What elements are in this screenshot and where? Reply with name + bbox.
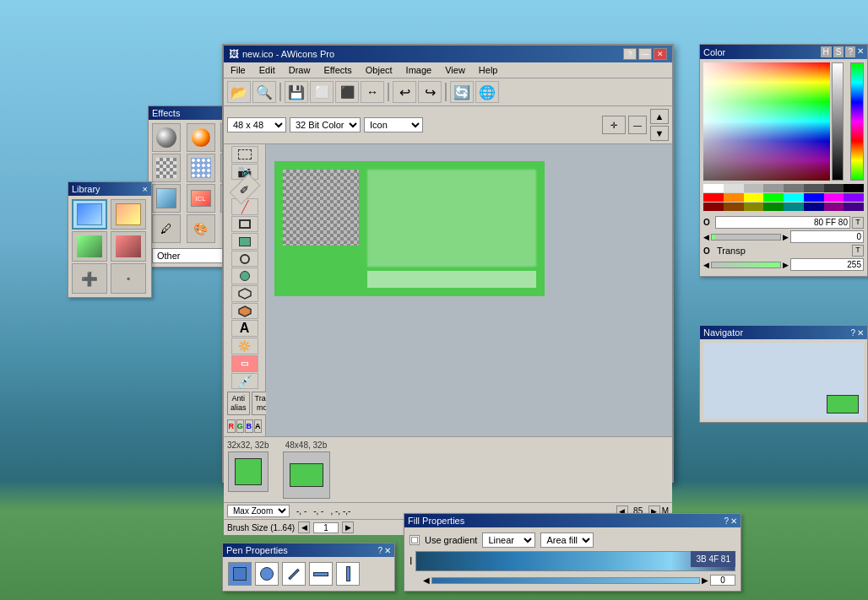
pen-q-btn[interactable]: ? xyxy=(377,546,382,555)
b-channel-btn[interactable]: B xyxy=(245,419,253,433)
swatch-green[interactable] xyxy=(763,193,784,202)
color-spectrum[interactable] xyxy=(703,62,830,181)
tool-circle-outline[interactable] xyxy=(231,251,258,268)
brightness-slider[interactable] xyxy=(832,62,844,181)
library-item-2[interactable] xyxy=(111,199,146,230)
library-close-btn[interactable]: × xyxy=(143,184,148,194)
gradient-slider-input[interactable] xyxy=(710,575,735,586)
gradient-slider-right[interactable]: ▶ xyxy=(702,576,708,585)
effect-color-sphere[interactable] xyxy=(187,123,215,152)
anti-alias-btn[interactable]: Antialias xyxy=(227,392,250,415)
minus-icon[interactable]: — xyxy=(628,116,647,134)
tool-hex-filled[interactable] xyxy=(231,303,258,320)
swatch-ltgray[interactable] xyxy=(724,184,744,192)
swatch-yellow[interactable] xyxy=(744,193,764,202)
size-select[interactable]: 48 x 48 32 x 32 16 x 16 xyxy=(227,117,286,132)
menu-file[interactable]: File xyxy=(227,64,249,76)
color-t-btn[interactable]: T xyxy=(852,217,864,229)
minimize-button[interactable]: — xyxy=(638,48,652,60)
slider-right-arrow[interactable]: ▶ xyxy=(783,233,789,241)
color-q-btn[interactable]: ? xyxy=(845,46,855,57)
nav-q-btn[interactable]: ? xyxy=(850,328,855,338)
menu-effects[interactable]: Effects xyxy=(320,64,355,76)
swatch-brown[interactable] xyxy=(724,203,744,211)
zoom-btn[interactable]: 🔍 xyxy=(252,81,276,103)
canvas-area[interactable] xyxy=(266,144,672,436)
swatch-indigo[interactable] xyxy=(844,203,864,211)
swatch-gray1[interactable] xyxy=(744,184,764,192)
type-select[interactable]: Icon Bitmap xyxy=(364,117,423,132)
effect-eraser[interactable]: 🖊 xyxy=(152,214,181,243)
use-gradient-checkbox[interactable] xyxy=(410,535,420,545)
swatch-violet[interactable] xyxy=(844,193,864,202)
copy-btn[interactable]: ⬜ xyxy=(310,81,334,103)
library-item-3[interactable] xyxy=(72,231,107,262)
pen-round[interactable] xyxy=(255,562,279,586)
color-o-input[interactable] xyxy=(715,216,850,229)
brush-input[interactable] xyxy=(313,522,339,533)
color-o-value[interactable] xyxy=(790,230,864,243)
swatch-blue[interactable] xyxy=(804,193,824,202)
library-item-6[interactable]: ▪ xyxy=(111,263,146,294)
up-btn[interactable]: ▲ xyxy=(650,109,669,124)
color-mode-select[interactable]: 32 Bit Color 24 Bit Color 8 Bit Color xyxy=(290,117,361,132)
effect-paint[interactable]: 🎨 xyxy=(187,214,215,243)
tool-text[interactable]: A xyxy=(231,320,258,337)
swatch-cyan[interactable] xyxy=(784,193,804,202)
tool-clone[interactable]: 🔆 xyxy=(231,338,258,354)
library-item-1[interactable] xyxy=(72,199,107,230)
icon-canvas-green[interactable] xyxy=(274,161,545,296)
gradient-slider-left[interactable]: ◀ xyxy=(423,576,430,585)
tool-select[interactable] xyxy=(231,146,258,163)
area-fill-select[interactable]: Area fill xyxy=(540,532,594,548)
swatch-gray2[interactable] xyxy=(763,184,784,192)
transp-slider-right[interactable]: ▶ xyxy=(783,261,789,269)
swatch-dkred[interactable] xyxy=(703,203,724,211)
nav-close-btn[interactable]: ✕ xyxy=(857,328,864,338)
swatch-magenta[interactable] xyxy=(824,193,844,202)
a-channel-btn[interactable]: A xyxy=(254,419,263,433)
swatch-orange[interactable] xyxy=(724,193,744,202)
pen-vertical[interactable] xyxy=(336,562,360,586)
swatch-dkgray[interactable] xyxy=(824,184,844,192)
redo-btn[interactable]: ↪ xyxy=(418,81,442,103)
undo-btn[interactable]: ↩ xyxy=(393,81,416,103)
brush-left-btn[interactable]: ◀ xyxy=(298,522,310,533)
tool-rect-outline[interactable] xyxy=(231,216,258,233)
refresh-btn[interactable]: 🔄 xyxy=(450,81,474,103)
move-icon[interactable]: ✛ xyxy=(602,116,626,134)
down-btn[interactable]: ▼ xyxy=(650,126,669,141)
menu-draw[interactable]: Draw xyxy=(285,64,314,76)
brush-right-btn[interactable]: ▶ xyxy=(342,522,354,533)
zoom-select[interactable]: Max Zoom xyxy=(227,505,290,517)
paste-btn[interactable]: ⬛ xyxy=(335,81,359,103)
swatch-gray3[interactable] xyxy=(784,184,804,192)
save-btn[interactable]: 💾 xyxy=(285,81,308,103)
effect-img1[interactable] xyxy=(152,184,181,213)
effect-dots[interactable] xyxy=(187,154,215,182)
gradient-slider-track[interactable] xyxy=(431,577,700,584)
library-item-5[interactable]: ➕ xyxy=(72,263,107,294)
color-transp-t-btn[interactable]: T xyxy=(852,245,864,257)
close-button[interactable]: ✕ xyxy=(654,48,667,60)
transp-slider-left[interactable]: ◀ xyxy=(703,261,709,269)
pen-close-btn[interactable]: ✕ xyxy=(384,546,391,555)
color-h-btn[interactable]: H xyxy=(821,46,832,57)
slider-left-arrow[interactable]: ◀ xyxy=(703,233,709,241)
pen-square[interactable] xyxy=(228,562,252,586)
fill-close-btn[interactable]: ✕ xyxy=(730,516,737,526)
swatch-olive[interactable] xyxy=(744,203,764,211)
preview-48-thumb[interactable] xyxy=(283,451,330,499)
color-close-btn[interactable]: ✕ xyxy=(857,46,864,57)
g-channel-btn[interactable]: G xyxy=(236,419,245,433)
swatch-white[interactable] xyxy=(703,184,724,192)
effect-checker[interactable] xyxy=(152,154,181,182)
menu-edit[interactable]: Edit xyxy=(256,64,279,76)
swatch-dkgreen[interactable] xyxy=(763,203,784,211)
transp-slider-track[interactable] xyxy=(711,262,781,268)
open-btn[interactable]: 📂 xyxy=(227,81,251,103)
menu-object[interactable]: Object xyxy=(362,64,396,76)
pen-diagonal[interactable] xyxy=(282,562,306,586)
library-item-4[interactable] xyxy=(111,231,146,262)
r-channel-btn[interactable]: R xyxy=(227,419,236,433)
